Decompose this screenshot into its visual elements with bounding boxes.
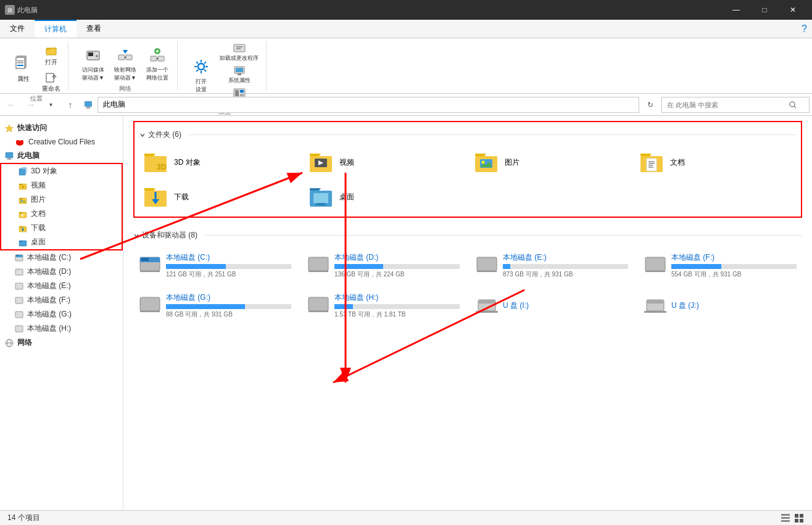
folder-video[interactable]: 视频 <box>305 147 465 177</box>
sidebar-drive-h[interactable]: 本地磁盘 (H:) <box>0 321 123 336</box>
drive-icon-container <box>307 295 329 316</box>
drive-info: 本地磁盘 (G:) 88 GB 可用，共 931 GB <box>166 292 291 319</box>
folders-grid: 3D 3D 对象 视频 <box>139 147 796 212</box>
sidebar-quick-access[interactable]: 快速访问 <box>0 121 123 135</box>
svg-rect-73 <box>15 283 23 289</box>
drive-item[interactable]: 本地磁盘 (H:) 1.53 TB 可用，共 1.81 TB <box>302 288 465 323</box>
drive-item[interactable]: 本地磁盘 (G:) 88 GB 可用，共 931 GB <box>133 288 297 323</box>
sidebar-drive-e[interactable]: 本地磁盘 (E:) <box>0 279 123 293</box>
sidebar-this-pc[interactable]: 此电脑 <box>0 149 123 163</box>
drive-bar-container <box>503 264 628 269</box>
svg-rect-16 <box>126 55 132 60</box>
address-path[interactable]: 此电脑 <box>97 97 639 113</box>
drive-name: 本地磁盘 (H:) <box>334 292 460 303</box>
sidebar-3d-objects[interactable]: 3D 对象 <box>1 164 122 178</box>
back-button[interactable]: ← <box>2 96 20 114</box>
add-network-button[interactable]: 添加一个网络位置 <box>143 43 172 85</box>
media-drive-button[interactable]: 访问媒体驱动器▼ <box>78 43 108 85</box>
folder-downloads[interactable]: 下载 <box>139 182 300 212</box>
open-button[interactable]: 打开 <box>39 43 63 68</box>
up-button[interactable]: ↑ <box>62 96 79 114</box>
map-network-button[interactable]: 映射网络驱动器▼ <box>110 43 140 85</box>
folder-image[interactable]: 图片 <box>470 147 631 177</box>
details-view-icon[interactable] <box>780 513 791 524</box>
sidebar-drive-g[interactable]: 本地磁盘 (G:) <box>0 307 123 321</box>
image-folder-icon <box>19 196 27 204</box>
uninstall-button[interactable]: 卸载或更改程序 <box>217 43 261 64</box>
drive-bar-container <box>334 264 460 269</box>
drive-item[interactable]: U 盘 (I:) <box>470 288 634 323</box>
window-controls[interactable]: — □ ✕ <box>722 0 807 20</box>
maximize-button[interactable]: □ <box>750 0 779 20</box>
drive-item[interactable]: 本地磁盘 (F:) 554 GB 可用，共 931 GB <box>639 248 802 283</box>
svg-rect-90 <box>647 159 657 171</box>
drive-bar-container <box>334 304 460 309</box>
folder-document[interactable]: 文档 <box>636 147 796 177</box>
drive-item[interactable]: U 盘 (J:) <box>639 288 802 323</box>
rename-icon <box>44 70 58 84</box>
refresh-button[interactable]: ↻ <box>642 96 659 114</box>
svg-rect-44 <box>86 107 90 108</box>
system-props-button[interactable]: 系统属性 <box>217 65 261 86</box>
drives-section-header[interactable]: 设备和驱动器 (8) <box>133 228 802 243</box>
minimize-button[interactable]: — <box>722 0 750 20</box>
drive-info: 本地磁盘 (H:) 1.53 TB 可用，共 1.81 TB <box>334 292 460 319</box>
folder-video-label: 视频 <box>339 157 354 168</box>
folder-desktop[interactable]: 桌面 <box>305 182 465 212</box>
properties-icon <box>14 54 33 73</box>
media-drive-icon <box>83 45 103 65</box>
folder-3d[interactable]: 3D 3D 对象 <box>139 147 300 177</box>
open-settings-button[interactable]: 打开设置 <box>188 54 215 96</box>
rename-label: 重命名 <box>42 85 60 93</box>
sidebar-drive-c[interactable]: 本地磁盘 (C:) <box>0 250 123 265</box>
tab-computer[interactable]: 计算机 <box>35 20 77 38</box>
drive-item[interactable]: 本地磁盘 (E:) 873 GB 可用，共 931 GB <box>470 248 634 283</box>
sidebar-desktop[interactable]: 桌面 <box>1 235 122 249</box>
recent-button[interactable]: ▾ <box>42 96 59 114</box>
drive-name: 本地磁盘 (E:) <box>503 252 628 263</box>
tiles-view-icon[interactable] <box>793 513 805 524</box>
3d-icon <box>19 167 27 176</box>
drive-name: 本地磁盘 (F:) <box>671 252 797 263</box>
computer-small-icon <box>84 101 93 109</box>
sidebar-drive-d[interactable]: 本地磁盘 (D:) <box>0 265 123 279</box>
rename-button[interactable]: 重命名 <box>39 69 63 94</box>
svg-rect-74 <box>15 297 23 304</box>
folders-section-header[interactable]: 文件夹 (6) <box>139 127 796 143</box>
usb-drive-icon <box>644 295 666 315</box>
drive-d-label: 本地磁盘 (D:) <box>27 267 71 277</box>
svg-rect-38 <box>238 73 241 75</box>
tab-file[interactable]: 文件 <box>0 20 35 38</box>
folder-downloads-icon <box>144 186 169 208</box>
search-input[interactable] <box>662 101 785 109</box>
close-button[interactable]: ✕ <box>779 0 807 20</box>
drive-icon-container <box>476 255 498 276</box>
svg-point-51 <box>20 140 23 144</box>
sidebar-network[interactable]: 网络 <box>0 336 123 350</box>
help-icon[interactable]: ? <box>802 23 807 35</box>
sidebar-creative-cloud[interactable]: Creative Cloud Files <box>0 135 123 149</box>
settings-icon <box>191 57 211 76</box>
sidebar-videos[interactable]: 视频 <box>1 178 122 192</box>
drive-space: 873 GB 可用，共 931 GB <box>503 270 628 279</box>
images-label: 图片 <box>31 194 46 205</box>
sidebar-documents[interactable]: 文档 <box>1 207 122 221</box>
view-toggle[interactable] <box>780 513 805 524</box>
sidebar-images[interactable]: 图片 <box>1 192 122 207</box>
network-label: 网络 <box>17 337 32 348</box>
add-network-label: 添加一个网络位置 <box>146 66 168 82</box>
drive-name: 本地磁盘 (D:) <box>334 252 460 263</box>
hdd-icon <box>307 295 329 315</box>
svg-point-14 <box>96 55 98 57</box>
drive-item[interactable]: 本地磁盘 (D:) 136 GB 可用，共 224 GB <box>302 248 465 283</box>
properties-button[interactable]: 属性 <box>10 51 37 86</box>
forward-button[interactable]: → <box>22 96 39 114</box>
svg-rect-52 <box>6 152 13 158</box>
hdd-icon <box>307 255 329 275</box>
svg-rect-5 <box>17 65 23 66</box>
drive-bar <box>671 264 721 269</box>
sidebar-drive-f[interactable]: 本地磁盘 (F:) <box>0 293 123 307</box>
tab-view[interactable]: 查看 <box>77 20 111 38</box>
drive-item[interactable]: 本地磁盘 (C:) 121 GB 可用，共 251 GB <box>133 248 297 283</box>
sidebar-downloads[interactable]: 下载 <box>1 221 122 235</box>
